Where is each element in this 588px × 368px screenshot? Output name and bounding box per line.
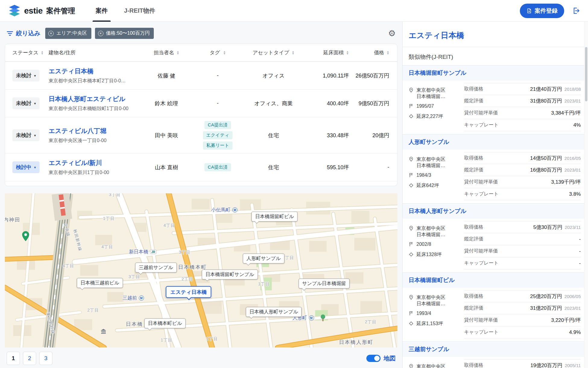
building-link[interactable]: エスティビル/新川 [49,159,102,167]
similar-property-card-3: 日本橋堀留町ビル東京都中央区日本橋堀留…1993/4延床1,153坪取得価格25… [403,272,588,341]
status-badge[interactable]: 検討中▾ [12,161,40,173]
property-summary: 東京都中央区日本橋堀留…2002/8延床1328坪 [409,221,460,269]
building-link[interactable]: エスティ日本橋 [49,67,93,75]
scrollbar[interactable] [584,22,588,368]
remove-filter-icon[interactable]: × [98,31,103,36]
map-pin-label[interactable]: 人形町サンプル [243,254,284,264]
metric-date: 2023/01 [564,167,581,173]
column-header-5[interactable]: 延床面積▲▼ [302,49,349,56]
similar-property-link[interactable]: 日本橋堀留町ビル [409,277,455,283]
building-address: 東京都中央区新川1丁目0-00 [49,170,139,176]
map-pin-label[interactable]: 日本橋人形町サンプル [246,307,302,317]
table-row-2[interactable]: 未検討▾エスティビル八丁堀東京都中央区湊一丁目0-00田中 美咲CA提出済エクイ… [5,117,397,153]
metric-label: キャップレート [464,191,498,197]
map-pin-label[interactable]: 日本橋本町ビル [144,319,186,328]
status-badge[interactable]: 未検討▾ [12,129,40,141]
filter-chip-0[interactable]: ×エリア:中央区 [45,28,91,39]
page-button-1[interactable]: 1 [7,352,20,365]
status-badge[interactable]: 未検討▾ [12,70,40,81]
asset-type-cell: 住宅 [245,132,302,139]
column-header-0[interactable]: ステータス▲▼ [5,49,44,56]
settings-gear-icon[interactable]: ⚙ [388,29,396,38]
map-pin-label[interactable]: 日本橋堀留町サンプル [202,269,258,279]
building-cell: エスティビル八丁堀東京都中央区湊一丁目0-00 [44,127,142,144]
sort-icon[interactable]: ▲▼ [177,51,179,55]
similar-property-link[interactable]: 日本橋堀留町サンプル [409,70,466,76]
register-case-label: 案件登録 [535,7,558,15]
map-pin-label-selected[interactable]: エスティ日本橋 [166,286,211,298]
filter-button[interactable]: 絞り込み [7,29,40,37]
column-header-4[interactable]: アセットタイプ▲▼ [245,49,302,56]
property-metrics: 取得価格19億20百万円2005/11鑑定評価34億70百万円2023/07 [464,359,581,368]
column-header-2[interactable]: 担当者名▲▼ [142,49,191,56]
asset-type-cell: オフィス、商業 [245,100,302,107]
map-label-layer: 日本橋堀留町ビル人形町サンプル三越前サンプル日本橋堀留町サンプルサンプル日本橋堀… [5,193,397,347]
map-pin-label[interactable]: サンプル日本橋堀留 [299,279,350,289]
sort-icon[interactable]: ▲▼ [41,51,44,55]
logout-button[interactable] [572,7,580,15]
building-link[interactable]: エスティビル八丁堀 [49,127,106,135]
sort-icon[interactable]: ▲▼ [223,51,226,55]
metric-row: 取得価格5億30百万円2023/11 [464,221,581,233]
chevron-down-icon: ▾ [34,165,36,170]
metric-row: 取得価格25億20百万円2006/05 [464,290,581,302]
property-built-year: 2002/8 [409,241,460,249]
price-cell: 26億50百万円 [349,72,397,79]
page-button-3[interactable]: 3 [39,352,52,365]
metric-label: キャップレート [464,122,498,128]
column-label: 延床面積 [323,49,344,56]
tab-0[interactable]: 案件 [93,0,111,22]
map-district-label: 2丁目 [87,308,99,313]
scrollbar-thumb[interactable] [585,47,587,101]
flag-icon [409,241,414,249]
similar-property-link[interactable]: 人形町サンプル [409,139,449,145]
metric-value: 3.8% [569,191,581,197]
tag-chip: エクイティ [203,131,233,139]
property-metrics: 取得価格14億50百万円2016/05鑑定評価16億80百万円2023/01貸付… [464,152,581,200]
property-metrics: 取得価格5億30百万円2023/11鑑定評価-貸付可能坪単価-キャップレート- [464,221,581,269]
register-case-button[interactable]: 案件登録 [520,4,564,18]
building-link[interactable]: 日本橋人形町エスティビル [49,95,125,103]
document-plus-icon [526,8,532,14]
metric-row: 取得価格21億40百万円2018/08 [464,83,581,95]
sort-icon[interactable]: ▲▼ [292,51,294,55]
map-pin-label[interactable]: 三越前サンプル [135,263,177,273]
map-toggle-switch[interactable] [366,355,381,362]
location-pin-icon [409,156,414,163]
price-cell: - [349,164,397,170]
status-label: 未検討 [16,72,31,79]
status-label: 検討中 [16,164,31,171]
map-pin-label[interactable]: 日本橋堀留町ビル [251,212,298,222]
map-pin-label[interactable]: 日本橋三越前ビル [77,278,123,288]
status-cell: 未検討▾ [5,129,44,141]
tags-cell: CA提出済 [191,163,245,171]
location-pin-icon [409,363,414,368]
address-text: 東京都中央区日本橋堀留… [416,294,445,307]
page-button-2[interactable]: 2 [23,352,36,365]
tab-1[interactable]: J-REIT物件 [121,0,158,22]
column-header-6[interactable]: 価格▲▼ [349,49,397,56]
navbar: estie 案件管理 案件J-REIT物件 案件登録 [0,0,588,22]
table-row-0[interactable]: 未検討▾エスティ日本橋東京都中央区日本橋本町2丁目0-0…佐藤 健-オフィス1,… [5,62,397,89]
map-station-label: 三越前M [122,295,144,301]
similar-property-link[interactable]: 三越前サンプル [409,346,449,352]
similar-property-link[interactable]: 日本橋人形町サンプル [409,208,466,214]
diamond-icon [409,113,414,121]
map-rail-label: 東北新幹線 [45,312,56,335]
address-text: 東京都中央区日本橋堀留… [416,87,445,100]
filter-label: 絞り込み [16,29,40,37]
remove-filter-icon[interactable]: × [48,31,54,36]
status-badge[interactable]: 未検討▾ [12,97,40,109]
sort-icon[interactable]: ▲▼ [346,51,349,55]
metric-date: 2023/01 [564,306,581,311]
table-row-3[interactable]: 検討中▾エスティビル/新川東京都中央区新川1丁目0-00山本 直樹CA提出済住宅… [5,153,397,181]
tag-chip: CA提出済 [204,121,231,129]
column-header-3[interactable]: タグ▲▼ [191,49,245,56]
map[interactable]: 日本橋堀留町ビル人形町サンプル三越前サンプル日本橋堀留町サンプルサンプル日本橋堀… [5,193,397,347]
person-cell: 佐藤 健 [142,72,191,79]
sort-icon[interactable]: ▲▼ [387,51,389,55]
metric-label: 取得価格 [464,362,483,368]
tree-icon [320,314,326,323]
table-row-1[interactable]: 未検討▾日本橋人形町エスティビル東京都中央区日本橋蛎殻町1丁目0-00鈴木 絵理… [5,89,397,117]
filter-chip-1[interactable]: ×価格:50〜100百万円 [95,28,154,39]
